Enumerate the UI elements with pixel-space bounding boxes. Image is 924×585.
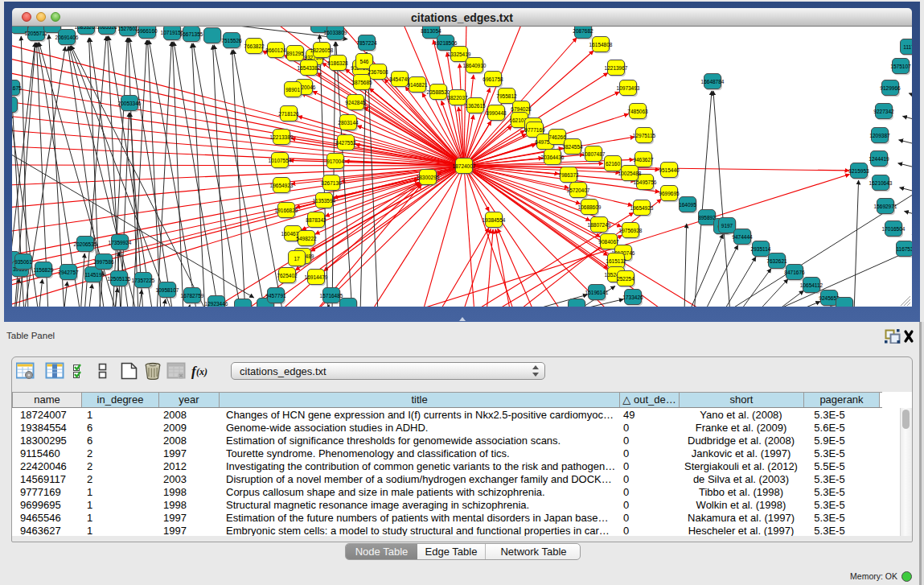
svg-text:1065526: 1065526 xyxy=(97,27,117,30)
svg-text:13325419: 13325419 xyxy=(448,51,471,57)
svg-text:1244419: 1244419 xyxy=(869,156,889,162)
svg-text:6794028: 6794028 xyxy=(511,106,532,112)
svg-text:10025488: 10025488 xyxy=(618,171,642,176)
svg-text:3822037: 3822037 xyxy=(447,95,468,101)
svg-text:8454749: 8454749 xyxy=(389,76,410,82)
svg-text:15720407: 15720407 xyxy=(567,187,590,193)
svg-text:8471676: 8471676 xyxy=(784,270,805,275)
svg-text:16648784: 16648784 xyxy=(701,79,725,84)
svg-text:18807249: 18807249 xyxy=(588,222,611,228)
svg-text:8990448: 8990448 xyxy=(486,110,507,116)
svg-text:10958107: 10958107 xyxy=(156,287,179,293)
svg-text:9457791: 9457791 xyxy=(265,293,286,299)
svg-text:8215953: 8215953 xyxy=(848,168,869,174)
svg-text:7515526: 7515526 xyxy=(221,38,242,43)
svg-text:62160: 62160 xyxy=(606,161,620,167)
svg-text:10853267: 10853267 xyxy=(75,27,98,30)
svg-text:1575107: 1575107 xyxy=(890,64,911,69)
svg-text:9242845: 9242845 xyxy=(345,100,366,105)
svg-text:23588520: 23588520 xyxy=(427,89,450,95)
svg-text:114519: 114519 xyxy=(84,272,102,278)
svg-text:19654923: 19654923 xyxy=(270,183,294,188)
svg-text:12975115: 12975115 xyxy=(633,133,656,138)
svg-text:3875685: 3875685 xyxy=(351,80,372,85)
svg-text:98901: 98901 xyxy=(285,87,300,93)
svg-text:15716485: 15716485 xyxy=(320,293,343,299)
svg-text:16154808: 16154808 xyxy=(589,42,613,47)
svg-text:16543382: 16543382 xyxy=(298,65,321,71)
svg-text:17016504: 17016504 xyxy=(882,226,906,232)
svg-text:17359924: 17359924 xyxy=(109,240,132,245)
svg-text:12923446: 12923446 xyxy=(205,301,228,307)
svg-text:9777169: 9777169 xyxy=(524,127,545,133)
svg-text:935061: 935061 xyxy=(14,259,32,265)
svg-text:8878342: 8878342 xyxy=(306,217,326,223)
svg-text:8660124: 8660124 xyxy=(265,47,286,53)
svg-text:11353594: 11353594 xyxy=(313,198,336,204)
svg-text:1156829: 1156829 xyxy=(34,267,54,273)
svg-text:3997586: 3997586 xyxy=(93,259,114,265)
svg-text:17: 17 xyxy=(294,256,300,262)
svg-text:9197: 9197 xyxy=(721,223,733,229)
svg-text:252254: 252254 xyxy=(617,276,634,282)
svg-text:891295: 891295 xyxy=(286,51,304,56)
svg-text:2803144: 2803144 xyxy=(338,120,359,126)
svg-text:18640910: 18640910 xyxy=(463,63,487,68)
svg-text:9146821: 9146821 xyxy=(407,82,428,88)
svg-text:18226058: 18226058 xyxy=(310,47,334,53)
svg-text:18300295: 18300295 xyxy=(417,175,440,180)
svg-text:895892: 895892 xyxy=(698,215,716,220)
svg-text:20206535: 20206535 xyxy=(74,241,97,247)
svg-text:12505135: 12505135 xyxy=(108,276,131,282)
svg-text:15196141: 15196141 xyxy=(585,290,609,295)
svg-text:10688609: 10688609 xyxy=(578,204,602,210)
svg-text:20053346: 20053346 xyxy=(118,101,142,106)
svg-text:7986372: 7986372 xyxy=(558,172,579,178)
svg-text:1362615: 1362615 xyxy=(465,103,486,109)
svg-text:917004: 917004 xyxy=(326,159,344,164)
svg-text:116753: 116753 xyxy=(896,246,912,252)
svg-text:19384554: 19384554 xyxy=(483,217,506,223)
svg-text:7857224: 7857224 xyxy=(356,40,377,46)
svg-text:20364436: 20364436 xyxy=(541,154,565,160)
svg-text:5498222: 5498222 xyxy=(296,236,317,241)
svg-text:2367608: 2367608 xyxy=(368,69,388,75)
svg-text:2942757: 2942757 xyxy=(58,270,79,275)
svg-text:8267130: 8267130 xyxy=(321,180,342,186)
svg-text:164095: 164095 xyxy=(679,202,696,208)
svg-text:1209387: 1209387 xyxy=(869,133,890,138)
svg-text:19756928: 19756928 xyxy=(619,228,643,233)
svg-text:1733426: 1733426 xyxy=(622,295,643,300)
svg-text:9515440: 9515440 xyxy=(659,167,680,173)
svg-text:7663822: 7663822 xyxy=(244,43,265,49)
svg-text:19218506: 19218506 xyxy=(434,40,458,46)
svg-text:2087682: 2087682 xyxy=(573,28,593,34)
svg-text:15692971: 15692971 xyxy=(874,204,897,209)
svg-text:2061675: 2061675 xyxy=(12,85,22,91)
svg-text:16671355: 16671355 xyxy=(180,31,203,37)
svg-text:16782759: 16782759 xyxy=(181,293,204,299)
svg-text:3824554: 3824554 xyxy=(562,144,583,150)
svg-text:18724007: 18724007 xyxy=(453,163,476,169)
svg-text:9084067: 9084067 xyxy=(598,239,619,245)
svg-text:6961758: 6961758 xyxy=(483,76,503,82)
svg-text:746266: 746266 xyxy=(548,134,566,140)
svg-text:19654923: 19654923 xyxy=(630,205,654,211)
svg-text:7485063: 7485063 xyxy=(627,109,648,114)
svg-text:10807487: 10807487 xyxy=(582,151,606,157)
svg-text:10654112: 10654112 xyxy=(800,282,823,288)
svg-text:2935114: 2935114 xyxy=(751,246,771,252)
svg-text:9699695: 9699695 xyxy=(659,191,680,196)
svg-text:1527602: 1527602 xyxy=(117,27,138,31)
svg-text:8186328: 8186328 xyxy=(327,60,348,66)
svg-text:16033809: 16033809 xyxy=(324,30,347,35)
svg-text:7625402: 7625402 xyxy=(277,273,298,278)
svg-text:1615132: 1615132 xyxy=(606,258,626,264)
svg-text:7955812: 7955812 xyxy=(496,93,517,99)
svg-text:8427552: 8427552 xyxy=(335,140,356,146)
svg-text:16210643: 16210643 xyxy=(869,180,893,186)
svg-text:16914479: 16914479 xyxy=(305,274,328,280)
svg-text:17357225: 17357225 xyxy=(132,278,155,283)
svg-text:10107554: 10107554 xyxy=(269,158,292,163)
svg-text:7632621: 7632621 xyxy=(766,258,787,264)
